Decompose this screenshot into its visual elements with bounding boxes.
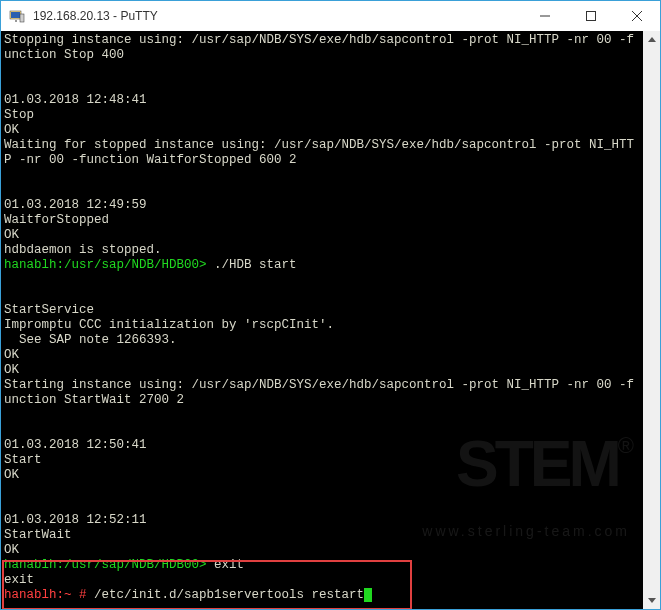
terminal-cursor <box>364 588 372 602</box>
shell-command: /etc/init.d/sapb1servertools restart <box>94 588 364 602</box>
svg-rect-5 <box>587 12 596 21</box>
terminal-line <box>4 498 640 513</box>
close-button[interactable] <box>614 1 660 31</box>
terminal-line: WaitforStopped <box>4 213 640 228</box>
terminal-line <box>4 273 640 288</box>
terminal-content: Stopping instance using: /usr/sap/NDB/SY… <box>4 33 640 603</box>
shell-command: ./HDB start <box>214 258 297 272</box>
terminal-line: Stopping instance using: /usr/sap/NDB/SY… <box>4 33 640 63</box>
terminal-line: Stop <box>4 108 640 123</box>
terminal-line: 01.03.2018 12:52:11 <box>4 513 640 528</box>
terminal-line: StartService <box>4 303 640 318</box>
terminal-line: hanablh:/usr/sap/NDB/HDB00> exit <box>4 558 640 573</box>
svg-rect-1 <box>11 12 20 18</box>
terminal-line: See SAP note 1266393. <box>4 333 640 348</box>
svg-rect-2 <box>20 14 24 22</box>
terminal-line <box>4 183 640 198</box>
terminal-line: OK <box>4 228 640 243</box>
window-title: 192.168.20.13 - PuTTY <box>33 9 522 23</box>
terminal-line: hanablh:/usr/sap/NDB/HDB00> ./HDB start <box>4 258 640 273</box>
titlebar[interactable]: 192.168.20.13 - PuTTY <box>1 1 660 31</box>
maximize-button[interactable] <box>568 1 614 31</box>
terminal-line <box>4 423 640 438</box>
scrollbar[interactable] <box>643 31 660 609</box>
terminal-area[interactable]: Stopping instance using: /usr/sap/NDB/SY… <box>1 31 660 609</box>
svg-marker-9 <box>648 598 656 603</box>
scroll-up-arrow[interactable] <box>643 31 660 48</box>
terminal-line <box>4 78 640 93</box>
terminal-line: 01.03.2018 12:49:59 <box>4 198 640 213</box>
terminal-line <box>4 168 640 183</box>
terminal-line <box>4 483 640 498</box>
terminal-line: hdbdaemon is stopped. <box>4 243 640 258</box>
shell-prompt: hanablh:/usr/sap/NDB/HDB00> <box>4 558 214 572</box>
putty-icon <box>9 8 25 24</box>
shell-prompt: hanablh:~ # <box>4 588 94 602</box>
terminal-line <box>4 63 640 78</box>
scroll-down-arrow[interactable] <box>643 592 660 609</box>
terminal-line: 01.03.2018 12:48:41 <box>4 93 640 108</box>
terminal-line: StartWait <box>4 528 640 543</box>
terminal-line: hanablh:~ # /etc/init.d/sapb1servertools… <box>4 588 640 603</box>
terminal-line: Start <box>4 453 640 468</box>
terminal-line: 01.03.2018 12:50:41 <box>4 438 640 453</box>
terminal-line: Starting instance using: /usr/sap/NDB/SY… <box>4 378 640 408</box>
terminal-line <box>4 408 640 423</box>
minimize-button[interactable] <box>522 1 568 31</box>
terminal-line: OK <box>4 363 640 378</box>
terminal-line <box>4 288 640 303</box>
terminal-line: OK <box>4 468 640 483</box>
shell-prompt: hanablh:/usr/sap/NDB/HDB00> <box>4 258 214 272</box>
terminal-line: Impromptu CCC initialization by 'rscpCIn… <box>4 318 640 333</box>
terminal-line: OK <box>4 543 640 558</box>
terminal-line: exit <box>4 573 640 588</box>
window-controls <box>522 1 660 31</box>
terminal-line: OK <box>4 123 640 138</box>
svg-marker-8 <box>648 37 656 42</box>
terminal-line: Waiting for stopped instance using: /usr… <box>4 138 640 168</box>
terminal-line: OK <box>4 348 640 363</box>
scroll-track[interactable] <box>643 48 660 592</box>
shell-command: exit <box>214 558 244 572</box>
putty-window: 192.168.20.13 - PuTTY Stopping instance … <box>0 0 661 610</box>
